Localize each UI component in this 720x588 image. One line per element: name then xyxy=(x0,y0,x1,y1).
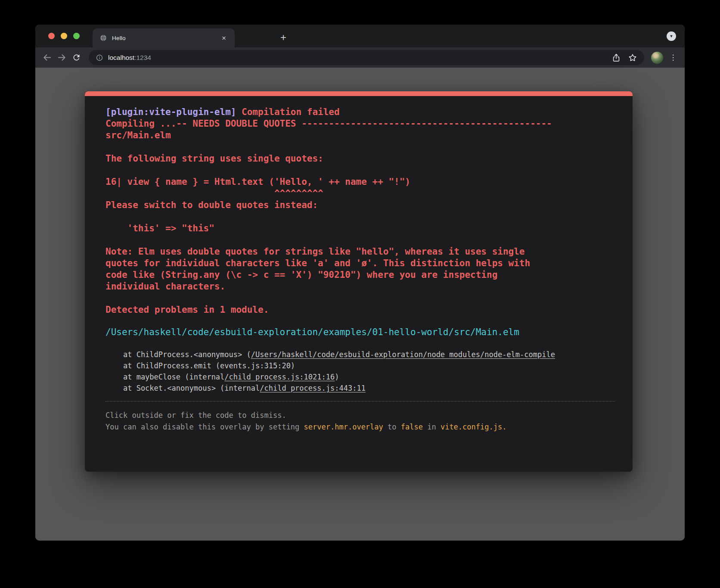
stack-file-link[interactable]: /child_process.js:443:11 xyxy=(260,384,366,392)
error-message-body: Compilation failed Compiling ...-- NEEDS… xyxy=(106,107,552,315)
tip-text: in xyxy=(423,423,441,431)
share-button[interactable] xyxy=(608,50,624,65)
error-file-link[interactable]: /Users/haskell/code/esbuild-exploration/… xyxy=(106,327,615,338)
stack-trace: at ChildProcess.<anonymous> (/Users/hask… xyxy=(106,349,615,394)
zoom-window-button[interactable] xyxy=(73,33,80,39)
close-window-button[interactable] xyxy=(48,33,55,39)
url-port: :1234 xyxy=(134,54,151,61)
tip-code: server.hmr.overlay xyxy=(304,423,383,431)
profile-avatar[interactable] xyxy=(651,52,663,64)
stack-line: at ChildProcess.emit (events.js:315:20) xyxy=(106,360,615,371)
tip-line1: Click outside or fix the code to dismiss… xyxy=(106,410,615,421)
vite-error-overlay: [plugin:vite-plugin-elm] Compilation fai… xyxy=(85,91,633,472)
stack-line: at Socket.<anonymous> (internal/child_pr… xyxy=(106,383,615,394)
tip-code: false xyxy=(401,423,423,431)
tip-text: to xyxy=(383,423,401,431)
error-overlay-content: [plugin:vite-plugin-elm] Compilation fai… xyxy=(85,96,633,433)
stack-line: at maybeClose (internal/child_process.js… xyxy=(106,371,615,383)
reload-button[interactable] xyxy=(69,50,84,65)
dismiss-tip: Click outside or fix the code to dismiss… xyxy=(106,410,615,433)
omnibox[interactable]: localhost:1234 xyxy=(89,50,644,65)
stack-file-link[interactable]: /Users/haskell/code/esbuild-exploration/… xyxy=(251,350,555,359)
site-info-button[interactable] xyxy=(94,53,105,63)
url-text: localhost:1234 xyxy=(108,54,151,62)
page-background[interactable]: [plugin:vite-plugin-elm] Compilation fai… xyxy=(35,68,685,541)
tab-search-button[interactable]: ▼ xyxy=(667,31,676,41)
browser-menu-button[interactable]: ⋮ xyxy=(667,50,679,65)
bookmark-star-button[interactable] xyxy=(624,50,641,65)
tab-close-button[interactable]: × xyxy=(220,34,228,43)
tip-text: You can also disable this overlay by set… xyxy=(106,423,304,431)
globe-favicon-icon xyxy=(99,34,107,42)
stack-line: at ChildProcess.<anonymous> (/Users/hask… xyxy=(106,349,615,360)
tab-title: Hello xyxy=(112,35,220,41)
divider xyxy=(106,401,615,401)
traffic-lights xyxy=(48,25,80,47)
chevron-down-icon: ▼ xyxy=(670,34,673,38)
plugin-badge: [plugin:vite-plugin-elm] xyxy=(106,107,236,117)
new-tab-button[interactable]: + xyxy=(276,30,291,45)
error-overlay-top-bar xyxy=(85,91,633,96)
share-up-arrow-icon xyxy=(611,53,621,62)
stack-file-link[interactable]: /child_process.js:1021:16 xyxy=(224,373,335,381)
arrow-left-icon xyxy=(42,53,52,62)
info-circle-icon xyxy=(96,54,103,62)
minimize-window-button[interactable] xyxy=(61,33,67,39)
reload-icon xyxy=(72,53,81,62)
back-button[interactable] xyxy=(40,50,54,65)
tab-hello[interactable]: Hello × xyxy=(93,28,235,47)
browser-window: Hello × + ▼ xyxy=(35,25,685,541)
tip-code: vite.config.js. xyxy=(441,423,507,431)
arrow-right-icon xyxy=(57,53,67,62)
tab-strip: Hello × + ▼ xyxy=(35,25,685,47)
star-outline-icon xyxy=(628,53,637,62)
url-host: localhost xyxy=(108,54,134,61)
error-message: [plugin:vite-plugin-elm] Compilation fai… xyxy=(106,106,615,316)
tip-line2: You can also disable this overlay by set… xyxy=(106,421,615,433)
forward-button[interactable] xyxy=(54,50,69,65)
browser-toolbar: localhost:1234 ⋮ xyxy=(35,47,685,68)
